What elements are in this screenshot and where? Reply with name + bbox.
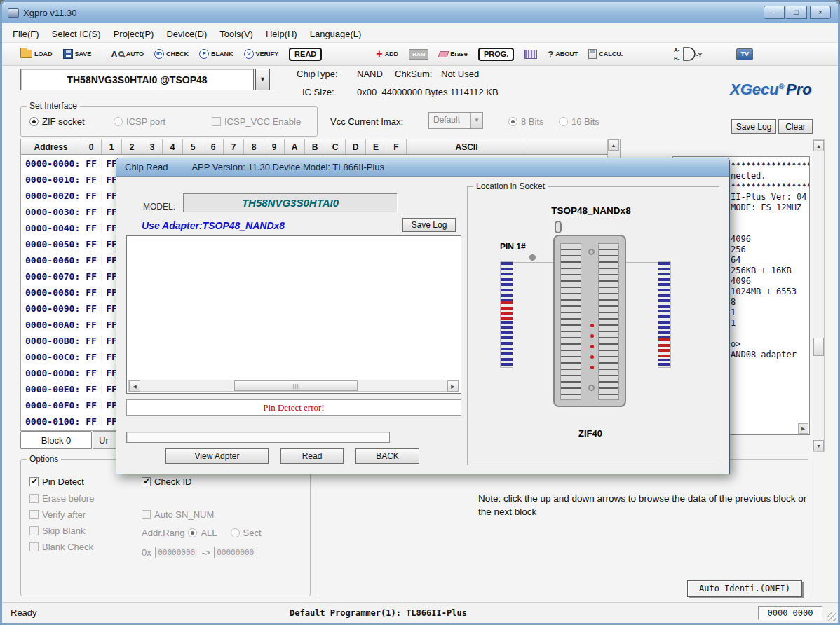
range-to-input[interactable]: 00000000 (214, 547, 257, 558)
hex-byte-cell[interactable]: FF (81, 368, 102, 378)
model-value-box: TH58NVG3S0HTAI0 (183, 193, 398, 212)
menu-select-ic[interactable]: Select IC(S) (46, 27, 107, 41)
hex-byte-cell[interactable]: FF (81, 158, 102, 169)
check-button[interactable]: ID CHECK (154, 49, 189, 59)
logic-gate-button[interactable]: A- B- -Y (674, 45, 705, 63)
scroll-right-icon[interactable]: ▶ (798, 423, 808, 434)
floppy-icon (63, 49, 73, 59)
calcu-button[interactable]: CALCU. (588, 49, 623, 59)
scroll-up-icon[interactable]: ▲ (813, 140, 824, 151)
auto-label: AUTO (126, 50, 144, 57)
hex-header-col: 7 (224, 139, 244, 154)
view-adapter-button[interactable]: View Adpter (165, 448, 269, 464)
range-from-input[interactable]: 00000000 (155, 547, 198, 558)
zif-socket-radio[interactable]: ZIF socket (29, 116, 85, 127)
erase-before-checkbox[interactable]: Erase before (29, 493, 94, 504)
blank-circle-icon: F (199, 49, 209, 59)
auto-sn-checkbox[interactable]: Auto SN_NUM (142, 509, 214, 520)
hex-byte-cell[interactable]: FF (81, 223, 102, 233)
chip-icon (524, 50, 537, 59)
verify-button[interactable]: V VERIFY (244, 49, 279, 59)
hex-byte-cell[interactable]: FF (81, 303, 102, 314)
app-icon (8, 8, 19, 18)
menu-language[interactable]: Language(L) (304, 27, 368, 41)
blank-check-checkbox[interactable]: Blank Check (29, 542, 93, 552)
resize-grip[interactable] (827, 612, 836, 621)
hex-byte-cell[interactable]: FF (81, 320, 102, 330)
hex-header-filler (527, 139, 607, 154)
ic-socket-button[interactable] (524, 50, 537, 59)
hex-byte-cell[interactable]: FF (81, 336, 102, 346)
menu-device[interactable]: Device(D) (160, 27, 213, 41)
icsp-port-radio[interactable]: ICSP port (114, 116, 165, 127)
about-button[interactable]: ? ABOUT (548, 49, 578, 60)
dialog-read-button[interactable]: Read (280, 448, 344, 464)
menu-project[interactable]: Project(P) (107, 27, 161, 41)
skip-blank-checkbox[interactable]: Skip Blank (29, 526, 85, 536)
clear-button[interactable]: Clear (778, 119, 813, 134)
chip-select-dropdown-button[interactable]: ▼ (255, 69, 270, 90)
ram-button[interactable]: RAM (409, 49, 428, 60)
vcc-imax-label: Vcc Current Imax: (330, 116, 403, 127)
hex-byte-cell[interactable]: FF (81, 400, 102, 411)
title-bar[interactable]: Xgpro v11.30 (2, 2, 838, 23)
menu-tools[interactable]: Tools(V) (213, 27, 259, 41)
blank-button[interactable]: F BLANK (199, 49, 233, 59)
hex-byte-cell[interactable]: FF (81, 416, 102, 427)
scroll-right-icon[interactable]: ▶ (447, 380, 459, 392)
bits16-radio[interactable]: 16 Bits (559, 116, 599, 127)
add-button[interactable]: + ADD (376, 50, 398, 58)
hex-byte-cell[interactable]: FF (81, 191, 102, 201)
sect-radio[interactable] (231, 528, 240, 537)
verify-after-checkbox[interactable]: Verify after (29, 509, 86, 520)
hex-byte-cell[interactable]: FF (81, 352, 102, 362)
scrollbar-thumb[interactable]: ||| (234, 380, 358, 391)
pin-strip-red-zone (658, 338, 670, 359)
dialog-back-button[interactable]: BACK (355, 448, 419, 464)
scrollbar-thumb[interactable] (813, 338, 824, 356)
maximize-button[interactable]: □ (786, 6, 807, 19)
main-vertical-scrollbar[interactable]: ▲ ▼ (813, 139, 825, 452)
read-button[interactable]: READ (289, 48, 322, 61)
hex-byte-cell[interactable]: FF (81, 255, 102, 266)
vcc-imax-dropdown[interactable]: Default ▼ (428, 112, 483, 129)
tab-block0[interactable]: Block 0 (20, 431, 92, 449)
minimize-button[interactable]: – (764, 6, 785, 19)
auto-identi-button[interactable]: Auto Identi.(ONFI) (687, 580, 802, 597)
hex-byte-cell[interactable]: FF (81, 287, 102, 298)
dialog-log-area[interactable]: ◀ ||| ▶ (126, 235, 461, 394)
load-button[interactable]: LOAD (20, 50, 53, 58)
chip-select-box[interactable]: TH58NVG3S0HTAI0 @TSOP48 (20, 69, 254, 90)
tv-button[interactable]: TV (736, 48, 753, 60)
bits8-radio[interactable]: 8 Bits (508, 116, 544, 127)
hex-byte-cell[interactable]: FF (81, 239, 102, 249)
hex-header-col: A (285, 139, 305, 154)
pin-strip-right (658, 261, 671, 368)
scroll-up-icon[interactable]: ▲ (608, 139, 619, 151)
menu-help[interactable]: Help(H) (259, 27, 304, 41)
dialog-horizontal-scrollbar[interactable]: ◀ ||| ▶ (128, 380, 459, 392)
save-log-button[interactable]: Save Log (731, 119, 776, 134)
hex-byte-cell[interactable]: FF (81, 384, 102, 394)
pin-detect-checkbox[interactable]: Pin Detect (29, 476, 84, 487)
connector-line (626, 262, 658, 263)
erase-button[interactable]: Erase (439, 50, 468, 57)
auto-button[interactable]: A AUTO (111, 50, 144, 59)
prog-button[interactable]: PROG. (478, 48, 514, 61)
calculator-icon (588, 49, 597, 59)
hex-header-col: 6 (203, 139, 224, 154)
check-id-checkbox[interactable]: Check ID (142, 476, 191, 487)
hex-byte-cell[interactable]: FF (81, 207, 102, 217)
close-button[interactable]: × (810, 6, 831, 19)
all-radio[interactable] (188, 528, 197, 537)
menu-file[interactable]: File(F) (6, 27, 46, 41)
save-button[interactable]: SAVE (63, 49, 92, 59)
dialog-title-bar[interactable]: Chip Read APP Version: 11.30 Device Mode… (116, 158, 729, 177)
hex-byte-cell[interactable]: FF (81, 271, 102, 282)
dialog-save-log-button[interactable]: Save Log (402, 218, 456, 232)
scroll-left-icon[interactable]: ◀ (129, 380, 140, 392)
icsp-vcc-checkbox[interactable]: ICSP_VCC Enable (212, 116, 301, 127)
scroll-down-icon[interactable]: ▼ (813, 440, 824, 451)
hex-byte-cell[interactable]: FF (81, 174, 102, 185)
menu-bar: File(F) Select IC(S) Project(P) Device(D… (2, 25, 838, 43)
